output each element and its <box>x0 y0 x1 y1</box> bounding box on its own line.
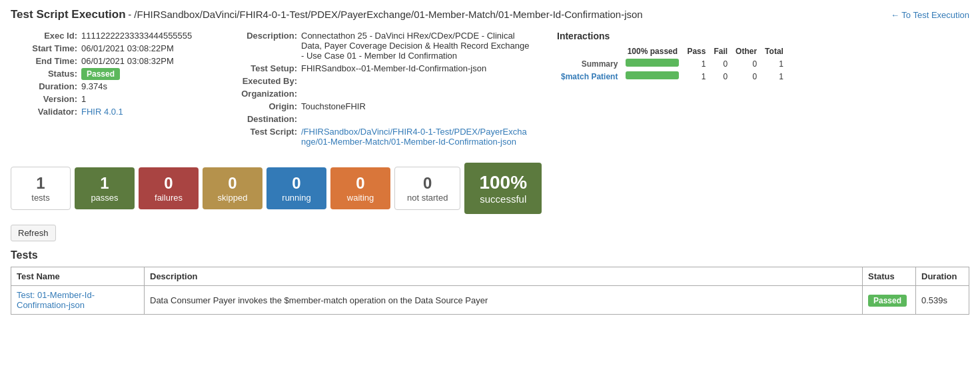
test-script-link[interactable]: /FHIRSandbox/DaVinci/FHIR4-0-1-Test/PDEX… <box>301 127 527 147</box>
running-stat: 0 running <box>266 167 326 209</box>
interaction-row-label: Summary <box>557 57 622 70</box>
validator-label: Validator: <box>11 107 77 117</box>
start-time-label: Start Time: <box>11 43 77 53</box>
failures-num: 0 <box>151 174 187 193</box>
description-info-section: Description: Connectathon 25 - DaVinci H… <box>224 31 530 149</box>
success-stat: 100% successful <box>464 163 542 214</box>
col-total: Total <box>761 45 787 57</box>
interaction-row-other: 0 <box>732 57 761 70</box>
skipped-lbl: skipped <box>215 193 250 203</box>
interaction-row-fail: 0 <box>710 70 732 83</box>
status-badge: Passed <box>81 68 120 80</box>
col-pass: Pass <box>683 45 710 57</box>
tests-section-title: Tests <box>11 249 969 261</box>
test-setup-label: Test Setup: <box>224 63 297 73</box>
col-pct: 100% passed <box>622 45 683 57</box>
info-grid: Exec Id: 11112222233333444555555 Start T… <box>11 31 969 149</box>
success-pct: 100% <box>479 172 527 193</box>
skipped-num: 0 <box>215 174 250 193</box>
test-name-link[interactable]: Test: 01-Member-Id-Confirmation-json <box>17 290 95 310</box>
description-label: Description: <box>224 31 297 61</box>
interaction-row-pass: 1 <box>683 70 710 83</box>
test-script-label: Test Script: <box>224 127 297 147</box>
success-lbl: successful <box>479 193 527 205</box>
failures-lbl: failures <box>151 193 187 203</box>
interaction-link2[interactable]: Patient <box>591 72 618 81</box>
end-time-value: 06/01/2021 03:08:32PM <box>81 56 174 66</box>
start-time-value: 06/01/2021 03:08:22PM <box>81 43 174 53</box>
table-row: Test: 01-Member-Id-Confirmation-jsonData… <box>11 286 969 315</box>
waiting-stat: 0 waiting <box>330 167 390 209</box>
end-time-label: End Time: <box>11 56 77 66</box>
origin-value: TouchstoneFHIR <box>301 101 366 111</box>
version-label: Version: <box>11 94 77 104</box>
exec-id-label: Exec Id: <box>11 31 77 41</box>
failures-stat: 0 failures <box>139 167 199 209</box>
interaction-link[interactable]: $match <box>561 72 589 81</box>
col-test-desc: Description <box>145 267 863 286</box>
validator-link[interactable]: FHIR 4.0.1 <box>81 107 123 117</box>
tests-num: 1 <box>23 174 58 193</box>
tests-table: Test Name Description Status Duration Te… <box>11 267 969 315</box>
not-started-lbl: not started <box>407 193 448 203</box>
interaction-row-pass: 1 <box>683 57 710 70</box>
not-started-stat: 0 not started <box>394 167 460 210</box>
page-title: Test Script Execution - /FHIRSandbox/DaV… <box>11 8 643 21</box>
waiting-num: 0 <box>342 174 378 193</box>
waiting-lbl: waiting <box>342 193 378 203</box>
test-duration-cell: 0.539s <box>916 286 969 315</box>
tests-stat: 1 tests <box>11 167 71 210</box>
col-test-status: Status <box>863 267 916 286</box>
interaction-row-label: $match Patient <box>557 70 622 83</box>
interaction-row-other: 0 <box>732 70 761 83</box>
interactions-table: 100% passed Pass Fail Other Total Summar… <box>557 45 787 83</box>
executed-by-label: Executed By: <box>224 76 297 86</box>
col-fail: Fail <box>710 45 732 57</box>
interaction-row-bar <box>622 57 683 70</box>
description-value: Connectathon 25 - DaVinci HRex/CDex/PCDE… <box>301 31 530 61</box>
col-test-duration: Duration <box>916 267 969 286</box>
running-lbl: running <box>278 193 314 203</box>
tests-lbl: tests <box>23 193 58 203</box>
origin-label: Origin: <box>224 101 297 111</box>
interaction-row-total: 1 <box>761 57 787 70</box>
passes-stat: 1 passes <box>75 167 135 209</box>
interactions-section: Interactions 100% passed Pass Fail Other… <box>557 31 787 149</box>
running-num: 0 <box>278 174 314 193</box>
duration-value: 9.374s <box>81 81 107 91</box>
test-desc-cell: Data Consumer Payer invokes the $member-… <box>145 286 863 315</box>
not-started-num: 0 <box>407 174 448 193</box>
exec-info-section: Exec Id: 11112222233333444555555 Start T… <box>11 31 197 149</box>
stats-row: 1 tests 1 passes 0 failures 0 skipped 0 … <box>11 163 969 214</box>
duration-label: Duration: <box>11 81 77 91</box>
test-name-cell: Test: 01-Member-Id-Confirmation-json <box>11 286 145 315</box>
page-header: Test Script Execution - /FHIRSandbox/DaV… <box>11 8 969 21</box>
exec-id-value: 11112222233333444555555 <box>81 31 192 41</box>
test-status-badge: Passed <box>868 295 907 307</box>
test-setup-value: FHIRSandbox--01-Member-Id-Confirmation-j… <box>301 63 486 73</box>
version-value: 1 <box>81 94 86 104</box>
organization-label: Organization: <box>224 89 297 99</box>
back-link[interactable]: To Test Execution <box>891 10 969 20</box>
passes-num: 1 <box>87 174 123 193</box>
skipped-stat: 0 skipped <box>203 167 262 209</box>
passes-lbl: passes <box>87 193 123 203</box>
interaction-row-total: 1 <box>761 70 787 83</box>
interaction-row-bar <box>622 70 683 83</box>
interaction-row-fail: 0 <box>710 57 732 70</box>
col-other: Other <box>732 45 761 57</box>
destination-label: Destination: <box>224 114 297 124</box>
interactions-title: Interactions <box>557 31 787 41</box>
refresh-button[interactable]: Refresh <box>11 225 56 241</box>
status-label: Status: <box>11 69 77 79</box>
col-test-name: Test Name <box>11 267 145 286</box>
test-status-cell: Passed <box>863 286 916 315</box>
